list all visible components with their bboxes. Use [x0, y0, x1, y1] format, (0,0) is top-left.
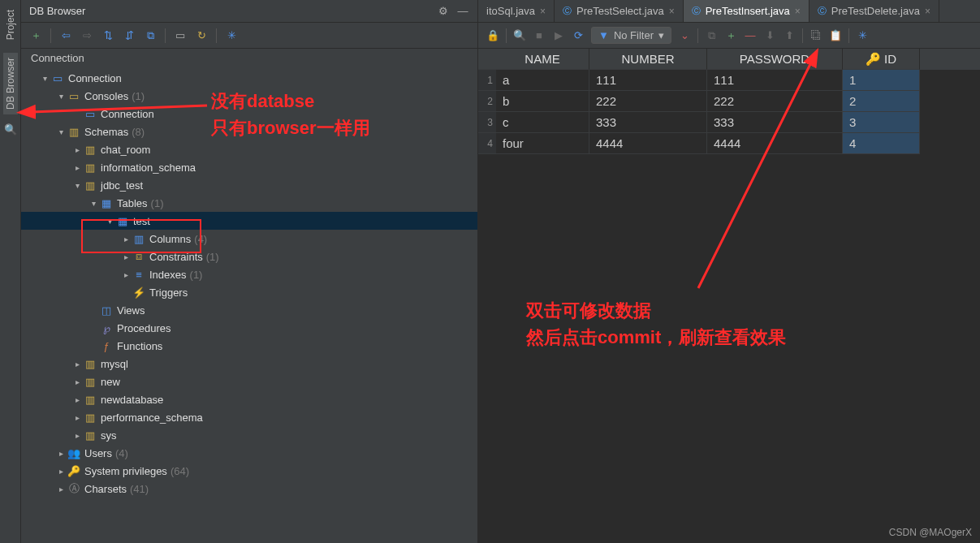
tree-consoles[interactable]: ▾▭Consoles(1): [21, 87, 477, 105]
filter-icon: ▼: [598, 29, 609, 41]
tree-constraints[interactable]: ▸⧈Constraints(1): [21, 248, 477, 265]
settings-icon[interactable]: ✳: [225, 29, 238, 42]
key-icon: 🔑: [866, 52, 881, 66]
tree-schema-mysql[interactable]: ▸▥mysql: [21, 355, 477, 373]
db-browser-panel: DB Browser ⚙ — ＋ ⇦ ⇨ ⇅ ⇵ ⧉ ▭ ↻ ✳ Connect…: [21, 0, 478, 543]
col-number[interactable]: NUMBER: [589, 49, 707, 70]
grid-toolbar: 🔒 🔍 ■ ▶ ⟳ ▼No Filter▾ ⌄ ⧉ ＋ — ⬇ ⬆ ⿻ 📋 ✳: [478, 23, 980, 49]
db-tree: ▾▭Connection ▾▭Consoles(1) ▭Connection ▾…: [21, 67, 477, 543]
separator: [802, 28, 803, 43]
rollback-icon[interactable]: ⇨: [80, 29, 93, 42]
filter-dropdown[interactable]: ▼No Filter▾: [591, 27, 671, 44]
tree-indexes[interactable]: ▸≡Indexes(1): [21, 265, 477, 283]
db-toolbar: ＋ ⇦ ⇨ ⇅ ⇵ ⧉ ▭ ↻ ✳: [21, 23, 477, 49]
separator: [697, 28, 698, 43]
expand-icon[interactable]: ⇅: [101, 29, 114, 42]
tree-connection-leaf[interactable]: ▭Connection: [21, 105, 477, 123]
side-tab-strip: Project DB Browser 🔍: [0, 0, 21, 543]
tree-schema-jdbc-test[interactable]: ▾▥jdbc_test: [21, 176, 477, 194]
tab-pretestselect[interactable]: ⒸPreTestSelect.java×: [555, 0, 684, 22]
panel-title: DB Browser: [29, 5, 85, 17]
table-row[interactable]: b2222222: [496, 91, 980, 112]
tree-schema-newdatabase[interactable]: ▸▥newdatabase: [21, 390, 477, 408]
stop-icon: ■: [533, 29, 546, 42]
tree-table-test[interactable]: ▾▦test: [21, 212, 477, 230]
java-class-icon: Ⓒ: [692, 5, 701, 17]
close-icon[interactable]: ×: [795, 6, 801, 17]
col-name[interactable]: NAME: [496, 49, 589, 70]
grid-settings-icon[interactable]: ✳: [856, 29, 869, 42]
tree-functions[interactable]: ƒFunctions: [21, 337, 477, 355]
tab-pretestinsert[interactable]: ⒸPreTestInsert.java×: [684, 0, 809, 22]
chevron-down-icon: ▾: [658, 29, 664, 41]
col-id[interactable]: 🔑ID: [843, 49, 920, 70]
refresh-icon[interactable]: ⟳: [572, 29, 585, 42]
tree-procedures[interactable]: ℘Procedures: [21, 319, 477, 337]
tree-connection-root[interactable]: ▾▭Connection: [21, 69, 477, 87]
panel-header: DB Browser ⚙ —: [21, 0, 477, 23]
tree-schemas[interactable]: ▾▥Schemas(8): [21, 123, 477, 140]
commit-icon[interactable]: ⇦: [59, 29, 72, 42]
editor-tabs: itoSql.java× ⒸPreTestSelect.java× ⒸPreTe…: [478, 0, 980, 23]
separator: [848, 28, 849, 43]
tree-schema-chat-room[interactable]: ▸▥chat_room: [21, 140, 477, 158]
java-class-icon: Ⓒ: [818, 5, 827, 17]
add-row-icon[interactable]: ＋: [724, 29, 737, 42]
clear-filter-icon[interactable]: ⌄: [678, 29, 691, 42]
close-icon[interactable]: ×: [925, 6, 930, 17]
tree-system-privileges[interactable]: ▸🔑System privileges(64): [21, 462, 477, 480]
java-class-icon: Ⓒ: [563, 5, 572, 17]
remove-row-icon[interactable]: —: [744, 29, 757, 42]
col-password[interactable]: PASSWORD: [707, 49, 843, 70]
collapse-icon[interactable]: ⇵: [123, 29, 136, 42]
separator: [50, 28, 51, 43]
tree-schema-performance-schema[interactable]: ▸▥performance_schema: [21, 408, 477, 426]
separator: [506, 28, 507, 43]
tab-pretestdelete[interactable]: ⒸPreTestDelete.java×: [809, 0, 939, 22]
editor-panel: itoSql.java× ⒸPreTestSelect.java× ⒸPreTe…: [478, 0, 980, 543]
gear-icon[interactable]: ⚙: [437, 5, 450, 18]
watermark: CSDN @MAOgerX: [889, 527, 972, 538]
data-grid: 1234 NAME NUMBER PASSWORD 🔑ID a1111111 b…: [478, 49, 980, 154]
row-gutter: 1234: [478, 49, 496, 154]
close-icon[interactable]: ×: [669, 6, 675, 17]
refresh-db-icon[interactable]: ↻: [195, 29, 208, 42]
side-tab-db-browser[interactable]: DB Browser: [3, 53, 18, 114]
tree-columns[interactable]: ▸▥Columns(4): [21, 230, 477, 248]
console-icon[interactable]: ▭: [174, 29, 187, 42]
side-tab-project[interactable]: Project: [3, 5, 18, 45]
copy-icon[interactable]: ⿻: [809, 29, 822, 42]
search-icon[interactable]: 🔍: [513, 29, 526, 42]
table-row[interactable]: four444444444: [496, 133, 980, 154]
tree-views[interactable]: ◫Views: [21, 301, 477, 319]
duplicate-icon[interactable]: ⧉: [705, 29, 718, 42]
tree-tables[interactable]: ▾▦Tables(1): [21, 194, 477, 212]
tree-users[interactable]: ▸👥Users(4): [21, 444, 477, 462]
table-row[interactable]: a1111111: [496, 70, 980, 91]
run-icon[interactable]: ▶: [552, 29, 565, 42]
tree-charsets[interactable]: ▸ⒶCharsets(41): [21, 480, 477, 498]
separator: [165, 28, 166, 43]
tree-schema-new[interactable]: ▸▥new: [21, 373, 477, 390]
grid-header: NAME NUMBER PASSWORD 🔑ID: [496, 49, 980, 70]
tree-schema-information-schema[interactable]: ▸▥information_schema: [21, 158, 477, 176]
tree-triggers[interactable]: ⚡Triggers: [21, 283, 477, 301]
search-everywhere-icon[interactable]: 🔍: [4, 123, 17, 136]
filter-toggle-icon[interactable]: ⧉: [144, 29, 157, 42]
paste-icon[interactable]: 📋: [829, 29, 842, 42]
tab-itosql[interactable]: itoSql.java×: [478, 0, 555, 22]
tree-schema-sys[interactable]: ▸▥sys: [21, 426, 477, 444]
section-label: Connection: [21, 49, 477, 67]
commit-grid-icon[interactable]: ⬇: [763, 29, 776, 42]
rollback-grid-icon[interactable]: ⬆: [783, 29, 796, 42]
separator: [216, 28, 217, 43]
close-icon[interactable]: ×: [540, 6, 546, 17]
add-icon[interactable]: ＋: [29, 29, 42, 42]
table-row[interactable]: c3333333: [496, 112, 980, 133]
lock-icon[interactable]: 🔒: [486, 29, 499, 42]
minimize-icon[interactable]: —: [456, 5, 469, 18]
